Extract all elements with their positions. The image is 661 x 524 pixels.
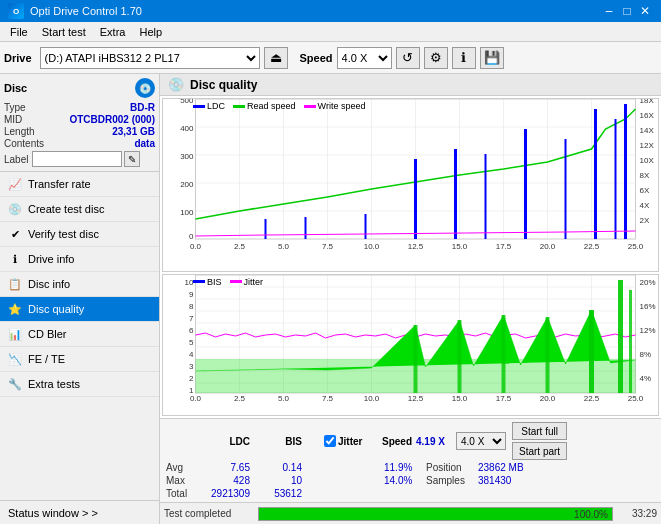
extra-tests-icon: 🔧: [8, 377, 22, 391]
svg-text:17.5: 17.5: [496, 394, 512, 403]
cd-bler-icon: 📊: [8, 327, 22, 341]
close-button[interactable]: ✕: [637, 3, 653, 19]
nav-items: 📈 Transfer rate 💿 Create test disc ✔ Ver…: [0, 172, 159, 500]
nav-drive-info-label: Drive info: [28, 253, 74, 265]
label-label: Label: [4, 154, 28, 165]
svg-text:12.5: 12.5: [408, 394, 424, 403]
charts-area: LDC Read speed Write speed: [160, 96, 661, 418]
svg-text:0: 0: [189, 232, 194, 241]
svg-text:9: 9: [189, 290, 194, 299]
svg-text:12X: 12X: [640, 141, 655, 150]
contents-label: Contents: [4, 138, 44, 149]
svg-text:5.0: 5.0: [278, 394, 290, 403]
fe-te-icon: 📉: [8, 352, 22, 366]
top-chart-legend: LDC Read speed Write speed: [193, 101, 365, 111]
position-value: 23862 MB: [478, 462, 524, 473]
legend-jitter: Jitter: [230, 277, 264, 287]
nav-cd-bler[interactable]: 📊 CD Bler: [0, 322, 159, 347]
create-test-disc-icon: 💿: [8, 202, 22, 216]
drive-label: Drive: [4, 52, 32, 64]
svg-text:25.0: 25.0: [628, 394, 644, 403]
jitter-checkbox[interactable]: [324, 435, 336, 447]
speed-value: 4.19 X: [416, 436, 454, 447]
disc-type-row: Type BD-R: [4, 102, 155, 113]
nav-drive-info[interactable]: ℹ Drive info: [0, 247, 159, 272]
legend-write-speed: Write speed: [304, 101, 366, 111]
svg-text:2: 2: [189, 374, 194, 383]
drive-select[interactable]: (D:) ATAPI iHBS312 2 PL17: [40, 47, 260, 69]
disc-info-icon: 📋: [8, 277, 22, 291]
menu-extra[interactable]: Extra: [94, 24, 132, 40]
svg-text:0.0: 0.0: [190, 394, 202, 403]
settings-button[interactable]: ⚙: [424, 47, 448, 69]
svg-text:2X: 2X: [640, 216, 650, 225]
svg-text:7.5: 7.5: [322, 242, 334, 251]
svg-text:6X: 6X: [640, 186, 650, 195]
disc-icon: 💿: [135, 78, 155, 98]
total-bis: 53612: [256, 488, 306, 499]
speed-header: Speed: [382, 436, 412, 447]
disc-header: Disc 💿: [4, 78, 155, 98]
max-bis: 10: [256, 475, 306, 486]
svg-text:16%: 16%: [640, 302, 656, 311]
maximize-button[interactable]: □: [619, 3, 635, 19]
nav-disc-info[interactable]: 📋 Disc info: [0, 272, 159, 297]
svg-text:20.0: 20.0: [540, 242, 556, 251]
nav-disc-quality[interactable]: ⭐ Disc quality: [0, 297, 159, 322]
nav-extra-tests[interactable]: 🔧 Extra tests: [0, 372, 159, 397]
svg-text:7.5: 7.5: [322, 394, 334, 403]
svg-text:17.5: 17.5: [496, 242, 512, 251]
nav-fe-te-label: FE / TE: [28, 353, 65, 365]
start-part-button[interactable]: Start part: [512, 442, 567, 460]
bis-header: BIS: [256, 436, 306, 447]
svg-text:14X: 14X: [640, 126, 655, 135]
svg-text:5.0: 5.0: [278, 242, 290, 251]
svg-text:16X: 16X: [640, 111, 655, 120]
samples-label: Samples: [426, 475, 476, 486]
speed-label: Speed: [300, 52, 333, 64]
label-button[interactable]: ✎: [124, 151, 140, 167]
drive-info-icon: ℹ: [8, 252, 22, 266]
info-button[interactable]: ℹ: [452, 47, 476, 69]
eject-button[interactable]: ⏏: [264, 47, 288, 69]
progress-label: Test completed: [164, 508, 254, 519]
label-input[interactable]: [32, 151, 122, 167]
speed-select-stats[interactable]: 4.0 X8.0 X: [456, 432, 506, 450]
speed-select[interactable]: 4.0 X8.0 XMax: [337, 47, 392, 69]
top-chart-svg: 500 400 300 200 100 0 18X 16X 14X 12X 10…: [163, 99, 658, 254]
mid-label: MID: [4, 114, 22, 125]
disc-quality-icon: ⭐: [8, 302, 22, 316]
svg-text:8X: 8X: [640, 171, 650, 180]
progress-bar-area: Test completed 100.0% 33:29: [160, 502, 661, 524]
verify-test-disc-icon: ✔: [8, 227, 22, 241]
status-window[interactable]: Status window > >: [0, 500, 159, 524]
stats-total-row: Total 2921309 53612: [164, 487, 657, 500]
top-chart: LDC Read speed Write speed: [162, 98, 659, 272]
nav-create-test-disc[interactable]: 💿 Create test disc: [0, 197, 159, 222]
minimize-button[interactable]: –: [601, 3, 617, 19]
nav-create-test-disc-label: Create test disc: [28, 203, 104, 215]
contents-value: data: [134, 138, 155, 149]
bottom-chart-svg: 10 9 8 7 6 5 4 3 2 1 20% 16% 12% 8% 4%: [163, 275, 658, 405]
bottom-chart-legend: BIS Jitter: [193, 277, 263, 287]
refresh-button[interactable]: ↺: [396, 47, 420, 69]
jitter-header: Jitter: [338, 436, 372, 447]
save-button[interactable]: 💾: [480, 47, 504, 69]
svg-text:400: 400: [180, 124, 194, 133]
start-full-button[interactable]: Start full: [512, 422, 567, 440]
svg-text:2.5: 2.5: [234, 242, 246, 251]
stats-avg-row: Avg 7.65 0.14 11.9% Position 23862 MB: [164, 461, 657, 474]
svg-text:10X: 10X: [640, 156, 655, 165]
nav-verify-test-disc[interactable]: ✔ Verify test disc: [0, 222, 159, 247]
svg-text:18X: 18X: [640, 99, 655, 105]
nav-fe-te[interactable]: 📉 FE / TE: [0, 347, 159, 372]
menu-start-test[interactable]: Start test: [36, 24, 92, 40]
svg-text:0.0: 0.0: [190, 242, 202, 251]
svg-text:12.5: 12.5: [408, 242, 424, 251]
app-icon: O: [8, 3, 24, 19]
nav-transfer-rate[interactable]: 📈 Transfer rate: [0, 172, 159, 197]
legend-ldc-label: LDC: [207, 101, 225, 111]
menu-help[interactable]: Help: [133, 24, 168, 40]
disc-quality-header-icon: 💿: [168, 77, 184, 92]
menu-file[interactable]: File: [4, 24, 34, 40]
